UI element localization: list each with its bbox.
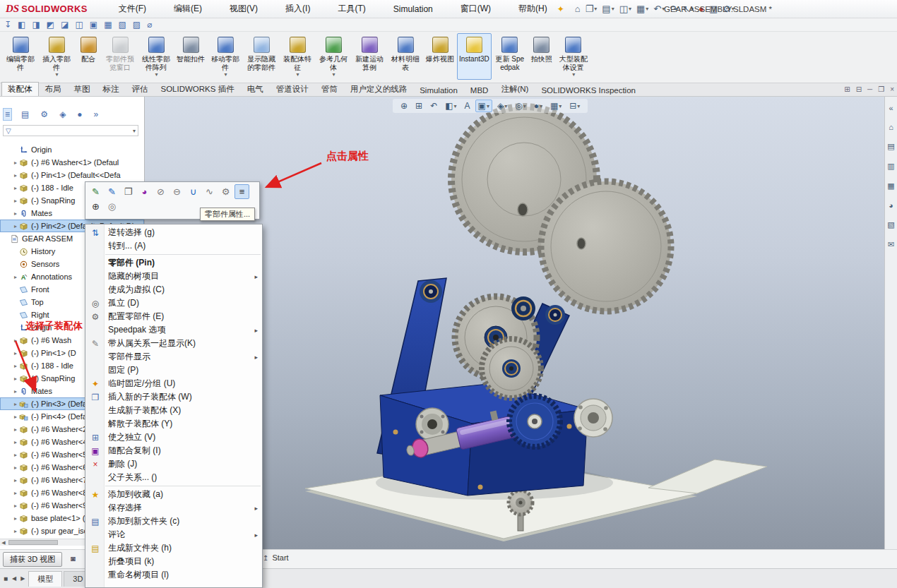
menu-view[interactable]: 视图(V) [207,2,262,16]
expand-arrow-icon[interactable]: ▸ [12,172,19,179]
tab-layout[interactable]: 布局 [39,82,68,96]
expand-arrow-icon[interactable]: ▸ [12,337,19,344]
new-motion-study-button[interactable]: 新建运动算例 [352,33,387,80]
minimize-icon[interactable]: ─ [867,85,872,93]
menu-item-collapse-items[interactable]: 折叠项目 (k) [85,555,262,568]
dimxpertmanager-tab-icon[interactable]: ◈ [57,108,68,121]
exploded-view-button[interactable]: 爆炸视图 [424,33,456,80]
assembly-quick-icon-1[interactable]: ◧ [18,20,25,30]
expand-arrow-icon[interactable]: ▸ [12,477,19,484]
new-document-icon[interactable]: ❐▾ [583,2,600,16]
restore-icon[interactable]: ❐ [878,85,884,93]
edit-assembly-icon[interactable]: ✎ [105,184,119,199]
measure-icon[interactable]: ⌀ [147,20,152,30]
tab-grid-icon[interactable]: ■ [4,575,8,582]
menu-item-isolate[interactable]: ◎孤立 (D) [85,296,262,310]
menu-item-delete[interactable]: ×删除 (J) [85,457,262,471]
expand-arrow-icon[interactable]: ▸ [12,490,19,496]
scrollbar-thumb[interactable] [8,540,58,545]
bill-of-materials-button[interactable]: 材料明细表 [388,33,423,80]
tree-item-origin[interactable]: Origin [0,143,144,156]
home-icon[interactable]: ⌂ [573,2,583,16]
menu-edit[interactable]: 编辑(E) [151,2,206,16]
tab-assembly[interactable]: 装配体 [1,82,39,96]
expand-arrow-icon[interactable]: ▸ [12,401,19,407]
tab-sketch[interactable]: 草图 [68,82,97,96]
large-assembly-settings-button[interactable]: 大型装配体设置▾ [556,33,591,80]
zoom-fit-icon[interactable]: ⊕ [398,100,410,112]
pin-commandmanager-icon[interactable]: ⊞ [844,85,850,93]
appearances-scenes-icon[interactable]: ◕ [889,201,893,210]
tab-tubing[interactable]: 管筒 [315,82,344,96]
tab-piping-design[interactable]: 管道设计 [270,82,315,96]
expand-arrow-icon[interactable]: ▸ [12,528,19,534]
small-gear[interactable] [482,339,541,398]
zoom-to-selection-icon[interactable]: ⊕ [88,199,103,214]
print-icon[interactable]: ▦▾ [634,2,651,16]
pin-menu-icon[interactable]: ✦ [557,4,564,14]
menu-item-component-display[interactable]: 零部件显示▸ [85,350,262,364]
menu-item-hidden-tree-items[interactable]: 隐藏的树项目▸ [85,270,262,283]
insert-components-button[interactable]: 插入零部件▾ [39,33,74,80]
menu-item-insert-new-subassembly[interactable]: ❐插入新的子装配体 (W) [85,390,262,404]
tab-solidworks-addins[interactable]: SOLIDWORKS 插件 [155,82,241,96]
expand-arrow-icon[interactable]: ▸ [12,185,19,191]
tab-solidworks-inspection[interactable]: SOLIDWORKS Inspection [535,84,642,96]
expand-arrow-icon[interactable]: ▸ [12,160,19,166]
large-gear-right[interactable] [541,181,671,311]
design-library-icon[interactable]: ▤ [887,142,894,151]
solidworks-forum-icon[interactable]: ✉ [888,240,894,249]
smart-fasteners-button[interactable]: 智能扣件 [174,33,207,80]
menu-item-invert-selection[interactable]: ⇅逆转选择 (g) [85,226,262,239]
view-orientation-icon[interactable]: ▣▾ [475,100,492,112]
zoom-area-icon[interactable]: ⊞ [412,100,425,112]
mate-icon[interactable]: ∪ [186,184,201,199]
assembly-quick-icon-3[interactable]: ◩ [47,20,54,30]
menu-item-comment[interactable]: 评论▸ [85,528,262,541]
arm-bearing-hub[interactable] [511,296,535,320]
menu-item-make-independent[interactable]: ⊞使之独立 (V) [85,431,262,444]
tab-electrical[interactable]: 电气 [241,82,270,96]
expand-arrow-icon[interactable]: ▸ [12,515,19,522]
tab-mbd[interactable]: MBD [464,84,495,96]
reference-geometry-button[interactable]: 参考几何体▾ [316,33,351,80]
file-explorer-icon[interactable]: ▥ [887,162,894,171]
save-icon[interactable]: ◫▾ [617,2,634,16]
float-pane-icon[interactable]: ⊟ [856,85,862,93]
update-speedpak-button[interactable]: 更新 Speedpak [492,33,528,80]
assembly-features-button[interactable]: 装配体特征▾ [280,33,315,80]
instant3d-button[interactable]: Instant3D [457,33,492,80]
open-icon[interactable]: ▤▾ [600,2,616,16]
view-palette-icon[interactable]: ▦ [887,181,894,191]
assembly-quick-icon-9[interactable]: ▨ [133,20,141,30]
hide-show-items-icon[interactable]: ◎▾ [512,100,529,112]
tab-nav-icon-1[interactable]: ▶ [18,574,27,583]
assembly-quick-icon-4[interactable]: ◪ [61,20,69,30]
expand-arrow-icon[interactable]: ▸ [12,388,19,395]
previous-view-icon[interactable]: ↶ [427,100,440,112]
insert-into-assembly-icon[interactable]: ↧ [4,20,11,30]
tree-filter-input[interactable]: ▽ ▾ [3,125,138,136]
menu-item-configure-component[interactable]: ⚙配置零部件 (E) [85,310,262,323]
menu-window[interactable]: 窗口(W) [438,2,495,16]
assembly-quick-icon-7[interactable]: ▦ [104,20,112,30]
menu-item-dissolve-subassembly[interactable]: 解散子装配体 (Y) [85,417,262,431]
scroll-left-icon[interactable]: ◀ [0,540,7,546]
take-snapshot-button[interactable]: 拍快照 [528,33,555,80]
menu-item-copy-with-mates[interactable]: ▣随配合复制 (I) [85,444,262,457]
menu-item-save-selection[interactable]: 保存选择▸ [85,501,262,515]
menu-item-show-with-dependents[interactable]: ✎带从属关系一起显示(K) [85,337,262,350]
expand-arrow-icon[interactable]: ▸ [12,414,19,420]
menu-tools[interactable]: 工具(T) [315,2,369,16]
expand-arrow-icon[interactable]: ▸ [12,503,19,509]
filter-caret-icon[interactable]: ▾ [133,128,136,134]
dynamic-annotation-icon[interactable]: A [462,100,473,112]
expand-arrow-icon[interactable]: ▸ [12,452,19,458]
apply-scene-icon[interactable]: ▦▾ [547,100,564,112]
close-icon[interactable]: × [890,85,894,93]
menu-item-rename-tree-item[interactable]: 重命名树项目 (l) [85,568,262,582]
tree-item-6-washer-1-defaul[interactable]: ▸(-) #6 Washer<1> (Defaul [0,156,144,169]
assembly-quick-icon-8[interactable]: ▧ [118,20,126,30]
suppress-icon[interactable]: ⊖ [170,184,184,199]
view-settings-icon[interactable]: ⊟▾ [566,100,583,112]
